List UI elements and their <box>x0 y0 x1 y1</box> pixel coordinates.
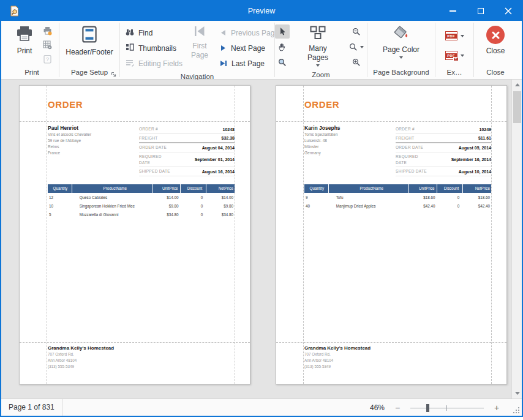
magnifier-icon <box>278 58 287 67</box>
margin-guide <box>235 86 235 384</box>
many-pages-icon <box>310 26 326 42</box>
info-label: SHIPPED DATE <box>139 168 182 174</box>
cell-discount: 0 <box>181 212 207 217</box>
info-label: FREIGHT <box>396 135 438 141</box>
preview-canvas: ORDER Paul Henriot Vins et alcools Cheva… <box>1 80 522 399</box>
minimize-button[interactable] <box>439 1 467 21</box>
ribbon-toolbar: Print ? Print Header/Footer Page Setup <box>1 21 522 80</box>
margin-guide <box>47 86 47 384</box>
thumbnails-button[interactable]: Thumbnails <box>121 40 184 56</box>
zoom-dropdown-button[interactable] <box>346 40 367 54</box>
last-page-icon <box>220 58 227 69</box>
cell-netprice: $9.80 <box>206 204 235 208</box>
table-row: 9Tofu$18.600$18.60 <box>304 193 491 201</box>
zoom-slider-minus-button[interactable]: − <box>393 403 402 413</box>
ribbon-group-page-background: Page Color Page Background <box>367 21 435 79</box>
page-color-label: Page Color <box>383 45 420 54</box>
page-color-icon <box>393 26 410 43</box>
scrollbar-thumb[interactable] <box>513 91 521 123</box>
statusbar: Page 1 of 831 46% − + <box>1 399 522 416</box>
last-page-button[interactable]: Last Page <box>215 56 274 71</box>
print-options-icon[interactable] <box>42 40 52 50</box>
editing-fields-button: Editing Fields <box>121 56 184 71</box>
find-button[interactable]: Find <box>121 25 184 40</box>
order-info-block: ORDER #10249 FREIGHT$11.61 ORDER DATEAug… <box>396 125 491 176</box>
info-label: ORDER DATE <box>396 144 438 151</box>
margin-guide <box>491 86 492 384</box>
pointer-tool-button[interactable] <box>275 24 290 39</box>
zoom-slider[interactable] <box>410 403 484 412</box>
pdf-icon-text: PDF <box>445 34 457 39</box>
cell-discount: 0 <box>181 204 207 208</box>
send-pdf-email-button[interactable]: PDF <box>445 48 464 64</box>
close-window-icon <box>505 7 512 15</box>
header-footer-label: Header/Footer <box>66 48 113 57</box>
table-header-row: Quantity ProductName UnitPrice Discount … <box>304 184 491 193</box>
cell-unitprice: $9.80 <box>152 204 181 208</box>
resize-grip[interactable] <box>518 412 519 413</box>
zoom-out-button[interactable] <box>349 24 364 39</box>
scroll-up-button[interactable] <box>512 80 522 90</box>
cell-discount: 0 <box>437 195 464 200</box>
hand-tool-button[interactable] <box>275 40 290 54</box>
next-page-icon <box>220 43 227 54</box>
zoom-icon <box>349 43 358 51</box>
zoom-slider-plus-button[interactable]: + <box>492 403 501 413</box>
maximize-button[interactable] <box>467 1 494 21</box>
many-pages-caret-icon <box>316 64 320 67</box>
info-value: 10249 <box>438 127 491 132</box>
preview-window: Preview Print ? Print <box>0 0 523 417</box>
page-setup-dialog-launcher[interactable] <box>111 69 116 80</box>
close-preview-button[interactable]: Close <box>483 24 509 57</box>
previous-page-button: Previous Page <box>215 25 274 40</box>
order-items-table: Quantity ProductName UnitPrice Discount … <box>304 184 491 210</box>
svg-text:?: ? <box>45 56 48 62</box>
close-window-button[interactable] <box>494 1 522 21</box>
table-row: 10Singaporean Hokkien Fried Mee$9.800$9.… <box>48 201 235 210</box>
many-pages-button[interactable]: Many Pages <box>295 24 341 68</box>
scroll-down-icon <box>515 392 520 395</box>
vertical-scrollbar[interactable] <box>511 80 522 399</box>
previous-page-label: Previous Page <box>231 29 279 37</box>
scroll-down-button[interactable] <box>512 388 522 399</box>
editing-fields-icon <box>126 58 134 69</box>
shipper-line: 707 Oxford Rd. <box>304 351 371 358</box>
cell-discount: 0 <box>181 195 207 200</box>
next-page-label: Next Page <box>231 44 265 53</box>
page-color-button[interactable]: Page Color <box>379 24 423 60</box>
email-envelope-icon <box>453 57 459 61</box>
hand-icon <box>278 43 287 51</box>
cell-quantity: 12 <box>48 195 72 200</box>
print-button[interactable]: Print <box>12 24 37 57</box>
customer-line: France <box>48 150 134 156</box>
header-footer-button[interactable]: Header/Footer <box>62 24 116 58</box>
column-header: Discount <box>181 184 207 193</box>
editing-fields-label: Editing Fields <box>138 59 182 68</box>
header-footer-icon <box>82 26 97 45</box>
print-small-buttons: ? <box>42 24 52 64</box>
magnifier-tool-button[interactable] <box>275 55 290 69</box>
page-setup-group-label: Page Setup <box>71 69 108 76</box>
shipper-block: Grandma Kelly's Homestead 707 Oxford Rd.… <box>304 345 371 370</box>
next-page-button[interactable]: Next Page <box>215 40 274 56</box>
zoom-slider-thumb[interactable] <box>426 404 429 412</box>
cell-unitprice: $18.60 <box>409 195 437 200</box>
last-page-label: Last Page <box>231 59 265 68</box>
column-header: Discount <box>437 184 464 193</box>
column-header: UnitPrice <box>152 184 181 193</box>
ribbon-group-export: PDF PDF Ex… <box>435 21 473 79</box>
export-to-pdf-button[interactable]: PDF <box>445 28 464 44</box>
close-group-label: Close <box>474 67 517 79</box>
document-page-1: ORDER Paul Henriot Vins et alcools Cheva… <box>19 85 250 384</box>
quick-print-icon[interactable] <box>42 26 52 36</box>
shipper-line: (313) 555-5349 <box>48 364 114 370</box>
shipper-name: Grandma Kelly's Homestead <box>48 345 114 351</box>
customer-line: Reims <box>48 144 134 150</box>
info-value: $32.38 <box>182 136 235 140</box>
table-row: 5Mozzarella di Giovanni$34.800$34.80 <box>48 210 235 219</box>
cell-netprice: $42.40 <box>463 204 491 208</box>
zoom-in-button[interactable] <box>349 55 364 69</box>
zoom-in-icon <box>352 58 361 67</box>
zoom-slider-track[interactable] <box>410 408 484 408</box>
print-button-label: Print <box>17 47 32 56</box>
